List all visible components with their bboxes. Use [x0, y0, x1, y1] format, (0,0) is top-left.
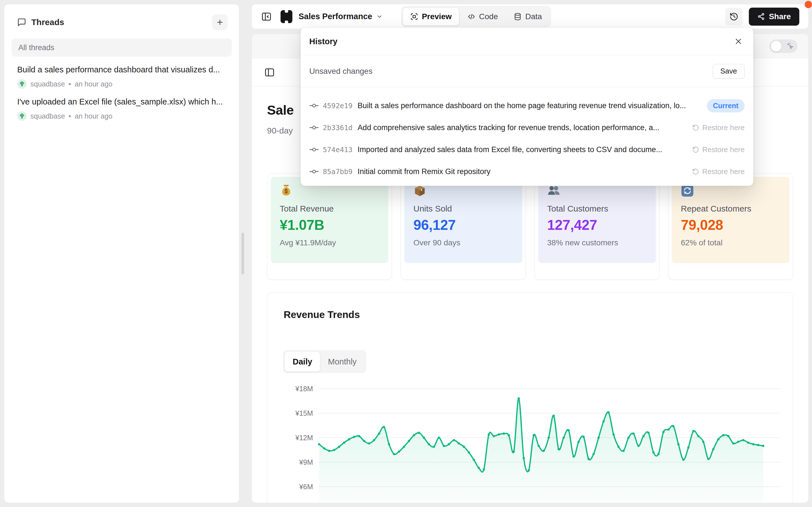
metric-value: ¥1.07B [280, 217, 379, 233]
sidebar-scrollbar[interactable] [241, 233, 244, 274]
restore-here-label: Restore here [702, 123, 745, 132]
all-threads-filter[interactable]: All threads [11, 39, 232, 57]
save-button[interactable]: Save [713, 64, 745, 78]
git-commit-icon [309, 145, 319, 154]
commit-hash: 2b3361d [323, 124, 352, 132]
panel-left-icon[interactable] [264, 67, 275, 78]
commit-hash: 85a7bb9 [323, 168, 352, 176]
tab-data-label: Data [525, 12, 542, 21]
revenue-trends-card: Revenue Trends Daily Monthly ¥18M¥15M¥12… [267, 292, 793, 503]
threads-title-group: Threads [17, 17, 64, 27]
metric-card-total-revenue: Total Revenue ¥1.07B Avg ¥11.9M/day [267, 173, 392, 280]
tab-preview[interactable]: Preview [403, 8, 459, 25]
history-button[interactable] [725, 8, 743, 25]
svg-text:¥15M: ¥15M [295, 409, 313, 417]
unsaved-changes-row: Unsaved changes Save [301, 55, 753, 87]
new-thread-button[interactable] [212, 14, 228, 30]
two-people-icon [547, 184, 560, 197]
history-title: History [309, 37, 338, 46]
preview-scan-icon [410, 13, 418, 20]
git-commit-icon [309, 101, 319, 110]
threads-sidebar: Threads All threads Build a sales perfor… [4, 4, 239, 503]
thread-meta: squadbase • an hour ago [17, 111, 226, 121]
threads-title: Threads [31, 17, 64, 27]
commit-row[interactable]: 4592e19 Built a sales performance dashbo… [309, 95, 745, 117]
restore-icon [692, 124, 699, 131]
commit-message: Add comprehensive sales analytics tracki… [357, 123, 685, 132]
thread-title: I've uploaded an Excel file (sales_sampl… [17, 97, 226, 107]
svg-text:¥9M: ¥9M [299, 458, 313, 466]
restore-icon [692, 146, 699, 153]
thread-meta: squadbase • an hour ago [17, 79, 226, 89]
plus-icon [216, 18, 224, 26]
chat-bubble-icon [17, 18, 26, 27]
avatar [17, 111, 27, 121]
tab-code[interactable]: Code [460, 8, 505, 25]
metric-cards-row: Total Revenue ¥1.07B Avg ¥11.9M/day Unit… [267, 173, 793, 280]
collapse-panel-button[interactable] [259, 9, 274, 24]
restore-here-link[interactable]: Restore here [692, 123, 745, 132]
dashboard-subtitle: 90-day [267, 126, 293, 135]
metric-panel: Repeat Customers 79,028 62% of total [672, 177, 790, 263]
thread-item[interactable]: Build a sales performance dashboard that… [4, 57, 239, 89]
commit-row[interactable]: 2b3361d Add comprehensive sales analytic… [309, 117, 745, 138]
meta-separator: • [68, 80, 71, 88]
notification-dot [805, 1, 812, 8]
metric-panel: Total Customers 127,427 38% new customer… [538, 177, 656, 263]
topbar: Sales Performance Preview Code Data [252, 4, 809, 29]
share-label: Share [769, 12, 791, 21]
share-nodes-icon [757, 13, 765, 20]
view-tabs: Preview Code Data [401, 6, 551, 27]
avatar [17, 79, 27, 89]
metric-label: Repeat Customers [681, 204, 780, 214]
all-threads-label: All threads [18, 43, 54, 52]
thread-author: squadbase [31, 80, 65, 88]
restore-here-label: Restore here [702, 145, 745, 154]
commit-row[interactable]: 85a7bb9 Initial commit from Remix Git re… [309, 161, 745, 182]
toggle-knob [771, 41, 781, 52]
period-toggle: Daily Monthly [283, 350, 366, 373]
history-clock-icon [729, 12, 739, 21]
metric-panel: Total Revenue ¥1.07B Avg ¥11.9M/day [271, 177, 388, 263]
commit-hash: 4592e19 [323, 102, 352, 110]
metric-label: Units Sold [413, 204, 513, 214]
cursor-click-icon [786, 42, 794, 50]
restore-icon [692, 168, 699, 175]
database-icon [514, 13, 522, 20]
thread-item[interactable]: I've uploaded an Excel file (sales_sampl… [4, 89, 239, 121]
app-logo [281, 10, 292, 23]
thread-title: Build a sales performance dashboard that… [17, 65, 226, 74]
metric-label: Total Revenue [280, 204, 379, 214]
toggle-daily[interactable]: Daily [285, 352, 320, 372]
share-button[interactable]: Share [749, 8, 799, 25]
unsaved-changes-label: Unsaved changes [309, 67, 372, 76]
git-commit-icon [309, 167, 319, 176]
history-header: History [301, 28, 753, 55]
metric-value: 127,427 [547, 217, 647, 233]
metric-label: Total Customers [547, 204, 647, 214]
restore-here-link[interactable]: Restore here [692, 145, 745, 154]
package-icon [413, 184, 426, 197]
chevron-down-icon [376, 13, 383, 20]
toggle-monthly[interactable]: Monthly [320, 352, 364, 372]
code-icon [467, 13, 475, 20]
interactive-mode-toggle[interactable] [769, 40, 798, 53]
panel-collapse-icon [261, 11, 272, 22]
metric-panel: Units Sold 96,127 Over 90 days [404, 177, 522, 263]
metric-sub: 62% of total [681, 238, 780, 247]
commit-row[interactable]: 574e413 Imported and analyzed sales data… [309, 138, 745, 161]
commit-hash: 574e413 [323, 146, 352, 154]
restore-here-label: Restore here [702, 167, 745, 176]
metric-sub: 38% new customers [547, 238, 647, 247]
svg-text:¥18M: ¥18M [295, 385, 313, 393]
tab-data[interactable]: Data [506, 8, 549, 25]
metric-card-repeat-customers: Repeat Customers 79,028 62% of total [668, 173, 793, 280]
metric-sub: Avg ¥11.9M/day [280, 238, 379, 247]
project-selector[interactable]: Sales Performance [299, 12, 383, 21]
restore-here-link[interactable]: Restore here [692, 167, 745, 176]
close-button[interactable] [732, 35, 745, 48]
money-bag-icon [280, 184, 293, 197]
metric-sub: Over 90 days [413, 238, 513, 247]
app-screen: Threads All threads Build a sales perfor… [0, 0, 812, 507]
project-name-label: Sales Performance [299, 12, 372, 21]
